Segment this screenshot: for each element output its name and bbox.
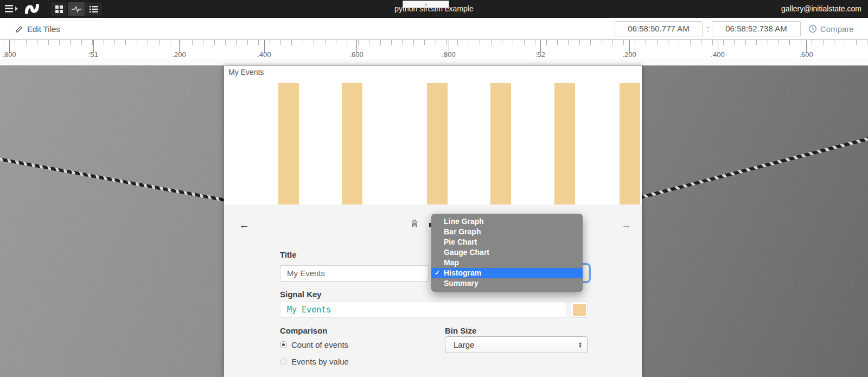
background-rope-right: [640, 137, 868, 199]
ruler-tick-label: .200: [622, 50, 636, 59]
time-end-input[interactable]: 06:58:52.738 AM: [712, 21, 801, 36]
histogram-bar: [620, 83, 640, 205]
ruler-tick-label: .200: [172, 50, 186, 59]
radio-selected-icon: [280, 341, 287, 348]
tile-title: My Events: [228, 68, 264, 76]
bin-size-field-label: Bin Size: [445, 326, 476, 335]
timeline-collapse-handle[interactable]: ▲: [403, 1, 449, 8]
ruler-tick-label: .600: [349, 50, 363, 59]
radio-unselected-icon: [280, 358, 287, 365]
time-separator: :: [705, 21, 711, 36]
tile-type-option-label: Bar Graph: [444, 227, 481, 236]
tile-type-option-map[interactable]: Map: [431, 258, 583, 268]
radio-count-of-events[interactable]: Count of events: [280, 340, 348, 349]
ruler-tick-label: .600: [799, 50, 813, 59]
clock-icon: [808, 24, 817, 33]
previous-tile-arrow-icon[interactable]: ←: [239, 220, 250, 230]
radio-events-by-value[interactable]: Events by value: [280, 357, 349, 366]
time-ruler[interactable]: .800:51.200.400.600.800:52.200.400.600: [0, 40, 868, 60]
compare-label: Compare: [820, 24, 854, 34]
delete-tile-button[interactable]: [411, 219, 418, 230]
edit-tiles-button[interactable]: Edit Tiles: [15, 18, 60, 40]
tile-type-option-histogram[interactable]: ✓Histogram: [431, 268, 583, 278]
trash-icon: [411, 219, 418, 228]
tile-type-option-line-graph[interactable]: Line Graph: [431, 216, 583, 227]
histogram-bar: [278, 83, 299, 205]
ruler-tick-label: :52: [535, 50, 545, 59]
bin-size-value: Large: [454, 340, 474, 349]
tile-type-option-summary[interactable]: Summary: [431, 278, 583, 289]
bin-size-select[interactable]: Large ▲▼: [445, 336, 588, 353]
tile-type-option-gauge-chart[interactable]: Gauge Chart: [431, 247, 583, 258]
edit-tiles-label: Edit Tiles: [27, 24, 60, 34]
tile-type-option-label: Line Graph: [444, 217, 484, 226]
swatch-color: [573, 304, 586, 316]
title-field-label: Title: [280, 250, 297, 259]
tile-type-dropdown-menu: Line GraphBar GraphPie ChartGauge ChartM…: [431, 214, 583, 292]
next-tile-arrow-icon[interactable]: →: [621, 220, 631, 230]
ruler-tick-label: :51: [88, 50, 98, 59]
ruler-tick-label: .400: [711, 50, 724, 59]
select-stepper-icon: ▲▼: [578, 337, 582, 353]
checkmark-icon: ✓: [435, 268, 440, 278]
comparison-field-label: Comparison: [280, 326, 328, 335]
timeline-scroll-strip[interactable]: [0, 60, 868, 66]
ruler-tick-label: .800: [2, 50, 16, 59]
title-input[interactable]: My Events: [280, 265, 429, 282]
tile-editor-form: ← → Title My Events ▲▼ Signal Key My Eve…: [224, 205, 642, 377]
tile-type-option-label: Gauge Chart: [444, 248, 489, 257]
account-email[interactable]: gallery@initialstate.com: [781, 0, 861, 18]
pencil-icon: [15, 25, 23, 33]
toolbar: Edit Tiles 06:58:50.777 AM : 06:58:52.73…: [0, 18, 868, 40]
histogram-bar: [554, 83, 575, 205]
histogram-bar: [342, 83, 362, 205]
dashboard-background: My Events ← → Title My Events ▲▼ Signal …: [0, 66, 868, 377]
tile-type-option-label: Summary: [444, 279, 478, 287]
histogram-bar: [427, 83, 448, 205]
tile-type-option-label: Pie Chart: [444, 238, 477, 246]
signal-key-field-label: Signal Key: [280, 290, 322, 299]
time-start-input[interactable]: 06:58:50.777 AM: [615, 21, 703, 36]
tile-type-option-bar-graph[interactable]: Bar Graph: [431, 227, 583, 237]
up-triangle-icon: ▲: [424, 2, 428, 6]
tile-type-option-label: Histogram: [444, 269, 481, 277]
ruler-tick-label: .800: [442, 50, 455, 59]
histogram-bar: [490, 83, 511, 205]
tile-type-option-pie-chart[interactable]: Pie Chart: [431, 237, 583, 247]
signal-color-swatch[interactable]: [571, 302, 588, 318]
tile-type-option-label: Map: [444, 258, 459, 267]
signal-key-input[interactable]: My Events: [280, 302, 566, 318]
ruler-tick-label: .400: [257, 50, 271, 59]
background-rope-left: [0, 157, 231, 203]
compare-button[interactable]: Compare: [808, 18, 854, 40]
my-events-tile-panel: My Events ← → Title My Events ▲▼ Signal …: [224, 66, 642, 377]
